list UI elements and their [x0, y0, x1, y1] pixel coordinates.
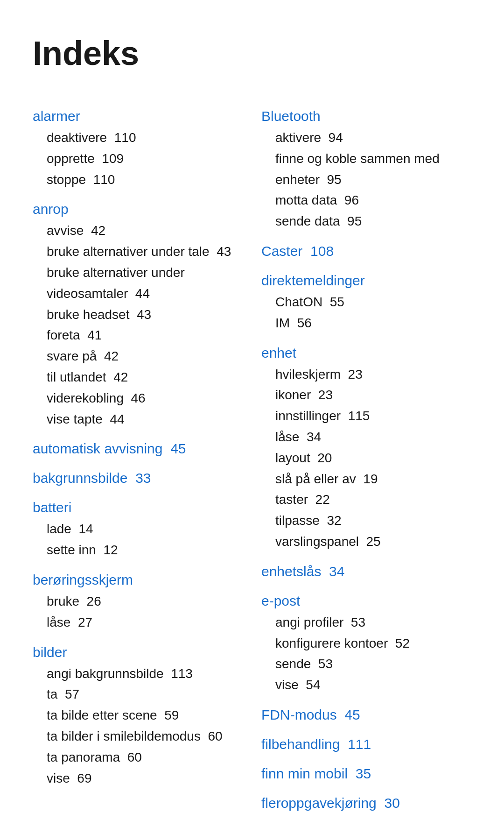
- index-heading-inline: filbehandling 111: [261, 734, 471, 755]
- index-sub-entry: låse 27: [33, 612, 243, 633]
- index-sub-entry: deaktivere 110: [33, 127, 243, 148]
- page-title: Indeks: [33, 28, 471, 78]
- index-heading: e-post: [261, 590, 471, 611]
- index-heading-inline: automatisk avvisning 45: [33, 438, 243, 459]
- index-heading-inline: FDN-modus 45: [261, 704, 471, 725]
- index-sub-entry: låse 34: [261, 427, 471, 448]
- index-heading: batteri: [33, 497, 243, 518]
- index-sub-entry: viderekobling 46: [33, 388, 243, 409]
- index-sub-entry: ta bilder i smilebildemodus 60: [33, 726, 243, 747]
- index-sub-entry: opprette 109: [33, 148, 243, 170]
- index-sub-entry: stoppe 110: [33, 170, 243, 191]
- index-sub-entry: angi bakgrunnsbilde 113: [33, 664, 243, 685]
- index-sub-entry: bruke alternativer under tale 43: [33, 241, 243, 262]
- index-sub-entry: hvileskjerm 23: [261, 364, 471, 385]
- index-heading: anrop: [33, 198, 243, 219]
- index-heading: direktemeldinger: [261, 270, 471, 291]
- index-heading-inline: bakgrunnsbilde 33: [33, 467, 243, 488]
- index-heading-inline: fleroppgavekjøring 30: [261, 792, 471, 813]
- index-sub-entry: bruke alternativer under videosamtaler 4…: [33, 262, 243, 304]
- index-sub-entry: sette inn 12: [33, 540, 243, 561]
- index-heading: enhet: [261, 342, 471, 363]
- index-heading-inline: Caster 108: [261, 240, 471, 262]
- index-sub-entry: sende 53: [261, 654, 471, 675]
- index-sub-entry: til utlandet 42: [33, 367, 243, 388]
- index-sub-entry: varslingspanel 25: [261, 531, 471, 552]
- index-heading: berøringsskjerm: [33, 569, 243, 590]
- index-sub-entry: ta 57: [33, 684, 243, 705]
- index-sub-entry: angi profiler 53: [261, 612, 471, 633]
- index-sub-entry: vise 54: [261, 675, 471, 696]
- index-sub-entry: konfigurere kontoer 52: [261, 633, 471, 654]
- index-heading: bilder: [33, 642, 243, 663]
- index-sub-entry: avvise 42: [33, 220, 243, 241]
- index-sub-entry: layout 20: [261, 448, 471, 469]
- index-sub-entry: lade 14: [33, 519, 243, 540]
- index-sub-entry: innstillinger 115: [261, 406, 471, 427]
- index-sub-entry: finne og koble sammen med enheter 95: [261, 148, 471, 191]
- index-sub-entry: ta bilde etter scene 59: [33, 705, 243, 726]
- index-sub-entry: slå på eller av 19: [261, 469, 471, 490]
- index-sub-entry: motta data 96: [261, 190, 471, 211]
- index-sub-entry: bruke 26: [33, 591, 243, 612]
- index-sub-entry: IM 56: [261, 313, 471, 334]
- index-heading: alarmer: [33, 106, 243, 127]
- index-heading-inline: finn min mobil 35: [261, 763, 471, 784]
- index-heading: Bluetooth: [261, 106, 471, 127]
- index-heading-inline: enhetslås 34: [261, 561, 471, 582]
- left-column: alarmerdeaktivere 110opprette 109stoppe …: [33, 97, 261, 814]
- right-column: Bluetoothaktivere 94finne og koble samme…: [261, 97, 471, 814]
- index-sub-entry: ikoner 23: [261, 385, 471, 406]
- index-columns: alarmerdeaktivere 110opprette 109stoppe …: [33, 97, 471, 814]
- index-sub-entry: tilpasse 32: [261, 510, 471, 531]
- index-sub-entry: foreta 41: [33, 325, 243, 346]
- index-sub-entry: ChatON 55: [261, 292, 471, 313]
- index-sub-entry: bruke headset 43: [33, 304, 243, 325]
- index-sub-entry: svare på 42: [33, 346, 243, 367]
- index-sub-entry: vise 69: [33, 768, 243, 789]
- index-sub-entry: vise tapte 44: [33, 409, 243, 430]
- index-sub-entry: ta panorama 60: [33, 747, 243, 768]
- index-sub-entry: sende data 95: [261, 211, 471, 232]
- index-sub-entry: aktivere 94: [261, 127, 471, 148]
- index-sub-entry: taster 22: [261, 489, 471, 510]
